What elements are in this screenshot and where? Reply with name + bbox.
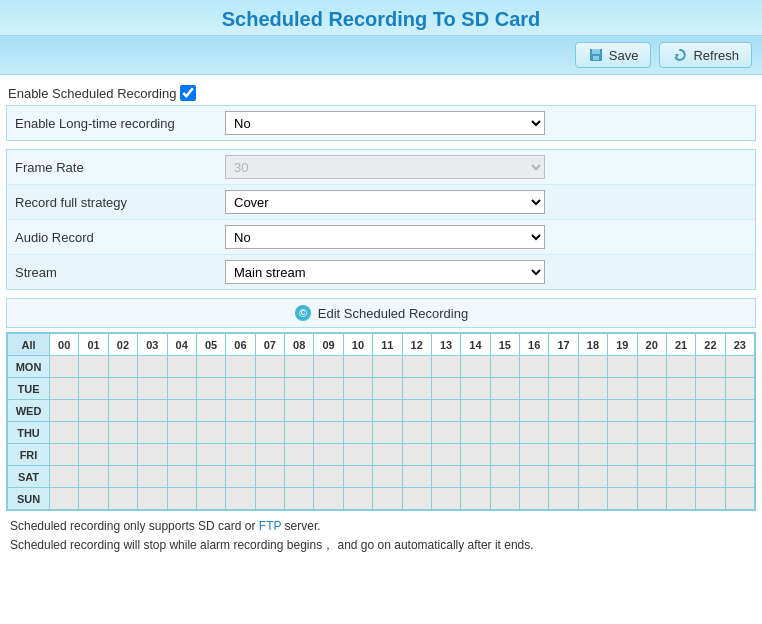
grid-cell[interactable] — [431, 466, 460, 488]
grid-cell[interactable] — [138, 488, 167, 510]
grid-cell[interactable] — [196, 356, 225, 378]
grid-cell[interactable] — [196, 488, 225, 510]
grid-cell[interactable] — [79, 488, 108, 510]
grid-cell[interactable] — [549, 488, 578, 510]
grid-cell[interactable] — [79, 444, 108, 466]
grid-cell[interactable] — [226, 466, 255, 488]
grid-cell[interactable] — [314, 356, 343, 378]
grid-cell[interactable] — [402, 356, 431, 378]
grid-cell[interactable] — [490, 444, 519, 466]
grid-cell[interactable] — [461, 378, 490, 400]
save-button[interactable]: Save — [575, 42, 652, 68]
grid-cell[interactable] — [196, 444, 225, 466]
grid-cell[interactable] — [402, 488, 431, 510]
grid-cell[interactable] — [314, 378, 343, 400]
grid-cell[interactable] — [666, 422, 695, 444]
grid-cell[interactable] — [666, 488, 695, 510]
grid-cell[interactable] — [461, 444, 490, 466]
grid-cell[interactable] — [431, 400, 460, 422]
grid-cell[interactable] — [666, 466, 695, 488]
grid-cell[interactable] — [50, 422, 79, 444]
grid-cell[interactable] — [226, 488, 255, 510]
grid-cell[interactable] — [431, 422, 460, 444]
grid-cell[interactable] — [578, 422, 607, 444]
grid-cell[interactable] — [549, 400, 578, 422]
grid-cell[interactable] — [343, 400, 372, 422]
frame-rate-select[interactable]: 30 — [225, 155, 545, 179]
grid-cell[interactable] — [696, 422, 725, 444]
grid-cell[interactable] — [138, 378, 167, 400]
grid-cell[interactable] — [666, 356, 695, 378]
grid-cell[interactable] — [461, 488, 490, 510]
grid-cell[interactable] — [608, 488, 637, 510]
grid-cell[interactable] — [608, 466, 637, 488]
grid-cell[interactable] — [226, 400, 255, 422]
grid-cell[interactable] — [285, 466, 314, 488]
grid-cell[interactable] — [725, 488, 754, 510]
grid-cell[interactable] — [402, 378, 431, 400]
grid-cell[interactable] — [167, 400, 196, 422]
grid-cell[interactable] — [167, 488, 196, 510]
grid-cell[interactable] — [696, 488, 725, 510]
grid-cell[interactable] — [549, 422, 578, 444]
grid-cell[interactable] — [79, 378, 108, 400]
grid-cell[interactable] — [637, 378, 666, 400]
grid-cell[interactable] — [50, 488, 79, 510]
grid-cell[interactable] — [608, 378, 637, 400]
grid-cell[interactable] — [138, 466, 167, 488]
grid-cell[interactable] — [578, 488, 607, 510]
grid-cell[interactable] — [255, 378, 284, 400]
grid-cell[interactable] — [431, 378, 460, 400]
grid-cell[interactable] — [343, 356, 372, 378]
grid-cell[interactable] — [637, 356, 666, 378]
grid-cell[interactable] — [255, 466, 284, 488]
audio-record-select[interactable]: No Yes — [225, 225, 545, 249]
grid-cell[interactable] — [343, 488, 372, 510]
grid-cell[interactable] — [79, 356, 108, 378]
grid-cell[interactable] — [285, 422, 314, 444]
grid-cell[interactable] — [402, 466, 431, 488]
grid-cell[interactable] — [637, 422, 666, 444]
grid-cell[interactable] — [50, 400, 79, 422]
grid-cell[interactable] — [578, 466, 607, 488]
grid-cell[interactable] — [343, 378, 372, 400]
grid-cell[interactable] — [373, 400, 402, 422]
grid-cell[interactable] — [255, 488, 284, 510]
grid-cell[interactable] — [696, 356, 725, 378]
grid-cell[interactable] — [696, 400, 725, 422]
grid-cell[interactable] — [696, 444, 725, 466]
grid-cell[interactable] — [608, 422, 637, 444]
grid-cell[interactable] — [50, 378, 79, 400]
grid-cell[interactable] — [696, 466, 725, 488]
grid-cell[interactable] — [314, 422, 343, 444]
grid-cell[interactable] — [373, 466, 402, 488]
grid-cell[interactable] — [520, 400, 549, 422]
grid-cell[interactable] — [431, 444, 460, 466]
grid-cell[interactable] — [578, 378, 607, 400]
grid-cell[interactable] — [608, 356, 637, 378]
grid-cell[interactable] — [431, 488, 460, 510]
grid-cell[interactable] — [520, 356, 549, 378]
grid-cell[interactable] — [343, 444, 372, 466]
grid-cell[interactable] — [50, 444, 79, 466]
grid-cell[interactable] — [79, 422, 108, 444]
grid-cell[interactable] — [255, 422, 284, 444]
grid-cell[interactable] — [138, 422, 167, 444]
grid-cell[interactable] — [490, 466, 519, 488]
grid-cell[interactable] — [549, 378, 578, 400]
ftp-link[interactable]: FTP — [259, 519, 281, 533]
grid-cell[interactable] — [461, 356, 490, 378]
grid-cell[interactable] — [285, 400, 314, 422]
grid-cell[interactable] — [196, 400, 225, 422]
grid-cell[interactable] — [343, 422, 372, 444]
grid-cell[interactable] — [725, 378, 754, 400]
grid-cell[interactable] — [520, 466, 549, 488]
enable-scheduled-checkbox[interactable] — [180, 85, 196, 101]
grid-cell[interactable] — [226, 422, 255, 444]
grid-cell[interactable] — [549, 444, 578, 466]
grid-cell[interactable] — [490, 400, 519, 422]
grid-cell[interactable] — [520, 488, 549, 510]
grid-cell[interactable] — [461, 466, 490, 488]
grid-cell[interactable] — [696, 378, 725, 400]
grid-cell[interactable] — [314, 466, 343, 488]
